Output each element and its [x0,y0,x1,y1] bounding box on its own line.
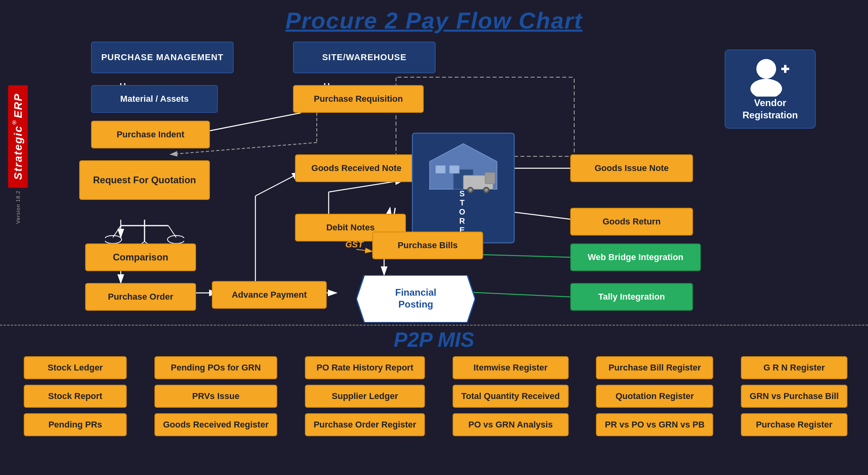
goods-issue-note-box[interactable]: Goods Issue Note [570,154,693,182]
mis-item[interactable]: Pending POs for GRN [154,356,278,379]
mis-item[interactable]: Supplier Ledger [305,385,425,408]
rfq-box[interactable]: Request For Quotation [79,160,210,200]
store-box: STORE [412,133,515,243]
mis-col-5: Purchase Bill Register Quotation Registe… [596,356,713,436]
vendor-registration-box[interactable]: Vendor Registration [725,49,816,129]
svg-rect-45 [485,173,495,184]
mis-item[interactable]: Stock Report [24,385,127,408]
purchase-indent-box[interactable]: Purchase Indent [91,121,210,148]
main-container: Procure 2 Pay Flow Chart Strategic®ERP V… [0,0,868,475]
logo-text: Strategic®ERP [8,85,28,188]
comparison-box[interactable]: Comparison [85,243,196,271]
svg-point-56 [750,79,782,97]
mis-col-4: Itemwise Register Total Quantity Receive… [453,356,569,436]
svg-rect-51 [449,165,459,173]
purchase-management-box: PURCHASE MANAGEMENT [91,42,234,73]
mis-item[interactable]: Itemwise Register [453,356,569,379]
advance-payment-box[interactable]: Advance Payment [212,281,327,309]
mis-item[interactable]: PO vs GRN Analysis [453,413,569,436]
material-assets-box[interactable]: Material / Assets [91,85,218,113]
mis-col-2: Pending POs for GRN PRVs Issue Goods Rec… [154,356,278,436]
svg-rect-50 [436,165,445,173]
svg-text:Financial: Financial [395,287,436,298]
purchase-requisition-box[interactable]: Purchase Requisition [293,85,424,113]
mis-item[interactable]: G R N Register [741,356,847,379]
p2p-mis-title: P2P MIS [0,328,868,352]
mis-item[interactable]: PRVs Issue [154,385,278,408]
warehouse-icon [424,142,503,193]
svg-point-55 [756,59,776,79]
svg-point-47 [469,188,472,192]
mis-col-1: Stock Ledger Stock Report Pending PRs [24,356,127,436]
mis-item[interactable]: Purchase Bill Register [596,356,713,379]
purchase-order-box[interactable]: Purchase Order [85,283,196,311]
mis-item[interactable]: Total Quantity Received [453,385,569,408]
logo-area: Strategic®ERP Version 18.2 [0,55,36,253]
mis-item[interactable]: Pending PRs [24,413,127,436]
mis-item[interactable]: GRN vs Purchase Bill [741,385,847,408]
mis-item[interactable]: Goods Received Register [154,413,278,436]
vendor-icon [746,57,794,97]
mis-item[interactable]: Stock Ledger [24,356,127,379]
goods-return-box[interactable]: Goods Return [570,208,693,236]
tally-integration-box[interactable]: Tally Integration [570,283,693,311]
version-text: Version 18.2 [15,190,21,224]
page-title: Procure 2 Pay Flow Chart [0,0,868,38]
svg-point-49 [485,188,488,192]
mis-col-6: G R N Register GRN vs Purchase Bill Purc… [741,356,847,436]
purchase-bills-box[interactable]: Purchase Bills [372,232,483,259]
mis-item[interactable]: Quotation Register [596,385,713,408]
mis-grid: Stock Ledger Stock Report Pending PRs Pe… [24,356,847,436]
mis-col-3: PO Rate History Report Supplier Ledger P… [305,356,425,436]
financial-posting-box[interactable]: Financial Posting [356,275,475,323]
site-warehouse-box: SITE/WAREHOUSE [293,42,436,73]
mis-item[interactable]: Purchase Order Register [305,413,425,436]
svg-text:Posting: Posting [398,299,433,310]
mis-item[interactable]: PR vs PO vs GRN vs PB [596,413,713,436]
mis-item[interactable]: PO Rate History Report [305,356,425,379]
web-bridge-box[interactable]: Web Bridge Integration [570,243,701,271]
mis-item[interactable]: Purchase Register [741,413,847,436]
grn-box[interactable]: Goods Received Note [295,154,418,182]
